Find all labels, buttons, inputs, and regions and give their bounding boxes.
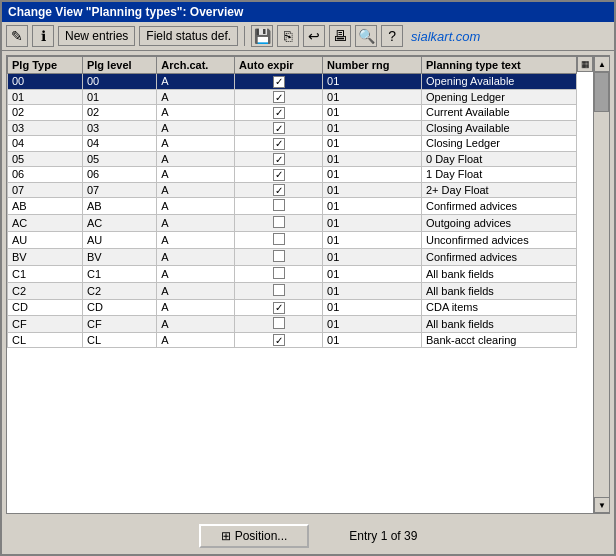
scroll-thumb[interactable] <box>594 72 609 112</box>
cell-auto-expir[interactable] <box>235 198 323 215</box>
cell-plg_type: 05 <box>8 151 83 167</box>
cell-number-rng: 01 <box>323 89 422 105</box>
field-status-button[interactable]: Field status def. <box>139 26 238 46</box>
cell-auto-expir[interactable] <box>235 266 323 283</box>
cell-arch_cat: A <box>157 167 235 183</box>
table-row[interactable]: CFCFA01All bank fields <box>8 315 577 332</box>
save-icon[interactable]: 💾 <box>251 25 273 47</box>
auto-expir-checkbox[interactable] <box>273 284 285 296</box>
table-row[interactable]: 0606A011 Day Float <box>8 167 577 183</box>
copy-icon[interactable]: ⎘ <box>277 25 299 47</box>
cell-number-rng: 01 <box>323 136 422 152</box>
cell-auto-expir[interactable] <box>235 283 323 300</box>
info-icon[interactable]: ℹ <box>32 25 54 47</box>
cell-plg_level: AC <box>82 215 156 232</box>
auto-expir-checkbox[interactable] <box>273 233 285 245</box>
vertical-scrollbar[interactable]: ▲ ▼ <box>593 56 609 513</box>
table-row[interactable]: C2C2A01All bank fields <box>8 283 577 300</box>
cell-auto-expir[interactable] <box>235 249 323 266</box>
cell-number-rng: 01 <box>323 283 422 300</box>
auto-expir-checkbox[interactable] <box>273 184 285 196</box>
table-row[interactable]: 0303A01Closing Available <box>8 120 577 136</box>
cell-planning-type-text: Confirmed advices <box>422 198 577 215</box>
cell-arch_cat: A <box>157 136 235 152</box>
cell-auto-expir[interactable] <box>235 315 323 332</box>
cell-auto-expir[interactable] <box>235 167 323 183</box>
cell-plg_level: 06 <box>82 167 156 183</box>
cell-auto-expir[interactable] <box>235 300 323 316</box>
cell-planning-type-text: Bank-acct clearing <box>422 332 577 348</box>
auto-expir-checkbox[interactable] <box>273 153 285 165</box>
cell-auto-expir[interactable] <box>235 332 323 348</box>
cell-auto-expir[interactable] <box>235 151 323 167</box>
auto-expir-checkbox[interactable] <box>273 250 285 262</box>
cell-planning-type-text: Opening Ledger <box>422 89 577 105</box>
auto-expir-checkbox[interactable] <box>273 317 285 329</box>
cell-auto-expir[interactable] <box>235 89 323 105</box>
main-window: Change View "Planning types": Overview ✎… <box>0 0 616 556</box>
table-row[interactable]: ACACA01Outgoing advices <box>8 215 577 232</box>
table-row[interactable]: 0505A010 Day Float <box>8 151 577 167</box>
table-scroll-area[interactable]: Plg Type Plg level Arch.cat. Auto expir … <box>7 56 577 513</box>
table-row[interactable]: 0404A01Closing Ledger <box>8 136 577 152</box>
find-icon[interactable]: 🔍 <box>355 25 377 47</box>
auto-expir-checkbox[interactable] <box>273 199 285 211</box>
cell-arch_cat: A <box>157 315 235 332</box>
cell-auto-expir[interactable] <box>235 215 323 232</box>
table-row[interactable]: CLCLA01Bank-acct clearing <box>8 332 577 348</box>
scroll-track[interactable] <box>594 72 609 497</box>
auto-expir-checkbox[interactable] <box>273 267 285 279</box>
cell-plg_level: BV <box>82 249 156 266</box>
auto-expir-checkbox[interactable] <box>273 91 285 103</box>
cell-plg_type: 07 <box>8 182 83 198</box>
cell-auto-expir[interactable] <box>235 120 323 136</box>
print-icon[interactable]: 🖶 <box>329 25 351 47</box>
cell-plg_level: CL <box>82 332 156 348</box>
table-row[interactable]: 0202A01Current Available <box>8 105 577 121</box>
auto-expir-checkbox[interactable] <box>273 76 285 88</box>
table-header-row: Plg Type Plg level Arch.cat. Auto expir … <box>8 57 577 74</box>
new-entries-button[interactable]: New entries <box>58 26 135 46</box>
grid-settings-icon[interactable]: ▦ <box>577 56 593 72</box>
help-icon[interactable]: ? <box>381 25 403 47</box>
table-row[interactable]: AUAUA01Unconfirmed advices <box>8 232 577 249</box>
cell-plg_type: 03 <box>8 120 83 136</box>
table-row[interactable]: BVBVA01Confirmed advices <box>8 249 577 266</box>
cell-auto-expir[interactable] <box>235 105 323 121</box>
auto-expir-checkbox[interactable] <box>273 169 285 181</box>
auto-expir-checkbox[interactable] <box>273 334 285 346</box>
position-label: Position... <box>235 529 288 543</box>
auto-expir-checkbox[interactable] <box>273 302 285 314</box>
table-row[interactable]: C1C1A01All bank fields <box>8 266 577 283</box>
cell-auto-expir[interactable] <box>235 232 323 249</box>
undo-icon[interactable]: ↩ <box>303 25 325 47</box>
main-content: ▦ Plg Type Plg level Arch.cat. Auto expi… <box>2 51 614 518</box>
scroll-up-button[interactable]: ▲ <box>594 56 610 72</box>
table-row[interactable]: CDCDA01CDA items <box>8 300 577 316</box>
cell-arch_cat: A <box>157 266 235 283</box>
cell-auto-expir[interactable] <box>235 136 323 152</box>
table-row[interactable]: 0000A01Opening Available <box>8 74 577 90</box>
cell-planning-type-text: 0 Day Float <box>422 151 577 167</box>
table-row[interactable]: ABABA01Confirmed advices <box>8 198 577 215</box>
watermark: sialkart.com <box>411 29 480 44</box>
cell-arch_cat: A <box>157 198 235 215</box>
auto-expir-checkbox[interactable] <box>273 107 285 119</box>
cell-number-rng: 01 <box>323 182 422 198</box>
table-row[interactable]: 0101A01Opening Ledger <box>8 89 577 105</box>
cell-plg_level: 03 <box>82 120 156 136</box>
table-row[interactable]: 0707A012+ Day Float <box>8 182 577 198</box>
auto-expir-checkbox[interactable] <box>273 216 285 228</box>
cell-number-rng: 01 <box>323 249 422 266</box>
cell-auto-expir[interactable] <box>235 74 323 90</box>
auto-expir-checkbox[interactable] <box>273 138 285 150</box>
position-button[interactable]: ⊞ Position... <box>199 524 310 548</box>
cell-auto-expir[interactable] <box>235 182 323 198</box>
scroll-down-button[interactable]: ▼ <box>594 497 610 513</box>
cell-planning-type-text: Opening Available <box>422 74 577 90</box>
cell-plg_level: AB <box>82 198 156 215</box>
col-plg-level: Plg level <box>82 57 156 74</box>
cell-plg_type: 01 <box>8 89 83 105</box>
edit-icon[interactable]: ✎ <box>6 25 28 47</box>
auto-expir-checkbox[interactable] <box>273 122 285 134</box>
